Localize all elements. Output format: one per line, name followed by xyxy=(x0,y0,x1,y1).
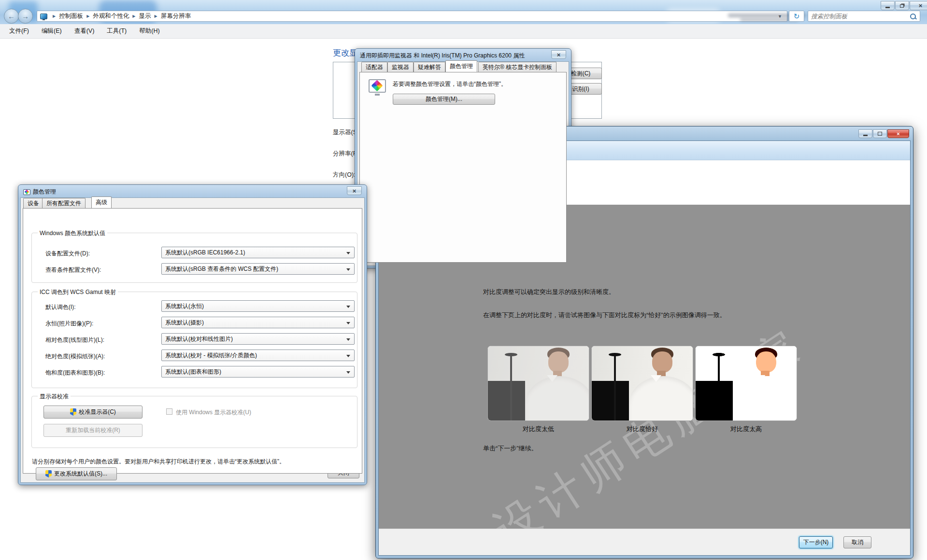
uac-shield-icon xyxy=(45,470,52,477)
minimize-button[interactable] xyxy=(858,129,872,138)
orientation-label: 方向(O): xyxy=(333,171,356,179)
relative-colorimetric-select[interactable]: 系统默认(校对和线性图片) xyxy=(161,333,355,345)
dialog-title: 颜色管理 xyxy=(23,188,56,196)
absolute-colorimetric-select[interactable]: 系统默认(校对 - 模拟纸张/介质颜色) xyxy=(161,350,355,361)
dialog-body: 适配器 监视器 疑难解答 颜色管理 英特尔® 核芯显卡控制面板 若要调整颜色管理… xyxy=(357,61,569,266)
window-controls: × xyxy=(880,1,927,10)
close-button[interactable]: × xyxy=(910,1,927,10)
reload-calibration-button[interactable]: 重新加载当前校准(R) xyxy=(43,424,143,437)
breadcrumb-separator-icon: ▶ xyxy=(132,14,135,18)
wizard-footer: 下一步(N) 取消 xyxy=(379,529,910,555)
tab-intel-graphics[interactable]: 英特尔® 核芯显卡控制面板 xyxy=(478,62,556,72)
page-title: 更改显 xyxy=(333,47,357,58)
search-input[interactable] xyxy=(808,13,909,20)
sample-image-high-contrast xyxy=(695,346,797,421)
next-button[interactable]: 下一步(N) xyxy=(799,536,833,548)
absolute-colorimetric-label: 绝对色度(模拟纸张)(A): xyxy=(45,352,105,361)
search-icon xyxy=(909,13,917,20)
maximize-button[interactable] xyxy=(873,129,887,138)
minimize-button[interactable] xyxy=(881,1,895,10)
minimize-icon xyxy=(863,135,868,136)
minimize-icon xyxy=(885,7,890,8)
tab-all-profiles[interactable]: 所有配置文件 xyxy=(42,198,86,208)
close-icon: × xyxy=(353,188,357,194)
color-management-hint: 若要调整颜色管理设置，请单击“颜色管理”。 xyxy=(393,80,507,88)
monitor-properties-dialog: 通用即插即用监视器 和 Intel(R) Iris(TM) Pro Graphi… xyxy=(355,48,571,268)
man-photo xyxy=(592,346,693,420)
menu-file[interactable]: 文件(F) xyxy=(3,27,35,35)
tab-page: 若要调整颜色管理设置，请单击“颜色管理”。 颜色管理(M)... xyxy=(359,72,567,263)
default-rendering-select[interactable]: 系统默认(永恒) xyxy=(161,300,355,312)
close-icon: × xyxy=(919,2,923,9)
perceptual-select[interactable]: 系统默认(摄影) xyxy=(161,317,355,328)
tab-monitor[interactable]: 监视器 xyxy=(387,62,414,72)
breadcrumb-separator-icon: ▶ xyxy=(53,14,56,18)
use-windows-calibration-label: 使用 Windows 显示器校准(U) xyxy=(176,408,251,417)
color-management-icon xyxy=(369,79,386,93)
breadcrumb-separator-icon: ▶ xyxy=(154,14,157,18)
menu-bar: 文件(F) 编辑(E) 查看(V) 工具(T) 帮助(H) xyxy=(0,24,927,39)
viewing-conditions-select[interactable]: 系统默认(sRGB 查看条件的 WCS 配置文件) xyxy=(161,263,355,275)
forward-button[interactable]: → xyxy=(18,9,33,24)
forward-arrow-icon: → xyxy=(22,12,29,20)
close-icon: × xyxy=(897,131,899,137)
dialog-title: 通用即插即用监视器 和 Intel(R) Iris(TM) Pro Graphi… xyxy=(360,52,525,60)
change-system-defaults-label: 更改系统默认值(S)... xyxy=(54,470,107,478)
contrast-instruction: 在调整下页上的对比度时，请尝试将图像与下面对比度标为“恰好”的示例图像调得一致。 xyxy=(483,311,726,320)
menu-edit[interactable]: 编辑(E) xyxy=(35,27,68,35)
tab-color-management[interactable]: 颜色管理 xyxy=(445,60,477,72)
tab-page: Windows 颜色系统默认值 设备配置文件(D): 系统默认(sRGB IEC… xyxy=(23,208,362,474)
close-button[interactable]: × xyxy=(887,129,909,138)
dialog-close-button[interactable]: × xyxy=(551,50,566,59)
refresh-button[interactable]: ↻ xyxy=(789,11,804,22)
sample-image-good-contrast xyxy=(591,346,693,421)
group-legend: Windows 颜色系统默认值 xyxy=(38,229,107,238)
tab-troubleshoot[interactable]: 疑难解答 xyxy=(414,62,445,72)
menu-tools[interactable]: 工具(T) xyxy=(100,27,133,35)
group-legend: 显示器校准 xyxy=(38,392,71,401)
click-next-hint: 单击“下一步”继续。 xyxy=(483,444,538,453)
calibrate-display-button[interactable]: 校准显示器(C) xyxy=(43,406,143,419)
use-windows-calibration-checkbox[interactable] xyxy=(166,408,172,415)
sample-image-low-contrast xyxy=(487,346,589,421)
contrast-description: 对比度调整可以确定突出显示的级别和清晰度。 xyxy=(483,288,615,296)
screen-resolution-icon xyxy=(40,14,47,19)
viewing-conditions-label: 查看条件配置文件(V): xyxy=(45,266,101,274)
breadcrumb-separator-icon: ▶ xyxy=(86,14,89,18)
tab-adapter[interactable]: 适配器 xyxy=(361,62,387,72)
close-icon: × xyxy=(557,52,561,58)
uac-shield-icon xyxy=(70,408,76,416)
saturation-select[interactable]: 系统默认(图表和图形) xyxy=(161,366,355,378)
navigation-buttons: ← → xyxy=(4,9,33,24)
cancel-button[interactable]: 取消 xyxy=(843,536,871,548)
back-button[interactable]: ← xyxy=(4,9,19,24)
change-system-defaults-button[interactable]: 更改系统默认值(S)... xyxy=(36,467,117,480)
menu-view[interactable]: 查看(V) xyxy=(68,27,101,35)
color-management-button[interactable]: 颜色管理(M)... xyxy=(393,94,495,105)
color-management-icon xyxy=(23,189,30,195)
address-bar[interactable]: ▶ 控制面板 ▶ 外观和个性化 ▶ 显示 ▶ 屏幕分辨率 ▼ xyxy=(37,11,787,22)
restore-icon xyxy=(900,4,904,8)
dialog-title-text: 颜色管理 xyxy=(33,188,56,196)
caption-just-right: 对比度恰好 xyxy=(591,425,693,434)
contrast-samples xyxy=(487,346,797,421)
man-photo xyxy=(488,346,589,420)
display-calibration-group: 显示器校准 xyxy=(31,396,357,448)
breadcrumb-screen-resolution[interactable]: 屏幕分辨率 xyxy=(161,12,191,20)
calibrate-display-label: 校准显示器(C) xyxy=(79,408,116,416)
dialog-close-button[interactable]: × xyxy=(347,186,362,195)
back-arrow-icon: ← xyxy=(8,12,15,20)
tab-devices[interactable]: 设备 xyxy=(23,198,43,208)
maximize-icon xyxy=(878,132,882,136)
device-profile-select[interactable]: 系统默认(sRGB IEC61966-2.1) xyxy=(161,247,355,258)
relative-colorimetric-label: 相对色度(线型图片)(L): xyxy=(45,336,104,344)
breadcrumb-control-panel[interactable]: 控制面板 xyxy=(59,12,83,20)
tab-advanced[interactable]: 高级 xyxy=(91,196,112,208)
sample-captions: 对比度太低 对比度恰好 对比度太高 xyxy=(487,425,797,434)
breadcrumb-appearance[interactable]: 外观和个性化 xyxy=(93,12,129,20)
restore-button[interactable] xyxy=(895,1,909,10)
menu-help[interactable]: 帮助(H) xyxy=(133,27,166,35)
saturation-label: 饱和度(图表和图形)(B): xyxy=(45,369,105,377)
breadcrumb-display[interactable]: 显示 xyxy=(139,12,151,20)
color-management-dialog: 颜色管理 × 设备 所有配置文件 高级 Windows 颜色系统默认值 设备配置… xyxy=(18,184,367,485)
